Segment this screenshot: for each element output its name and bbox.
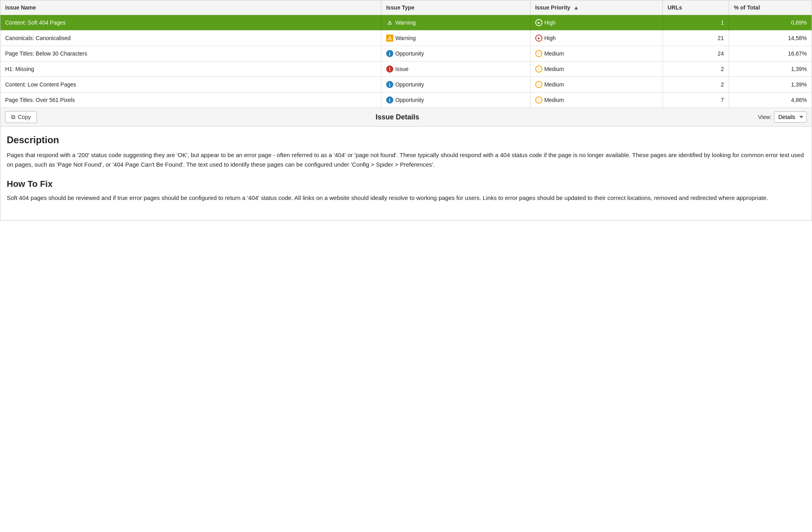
cell-issue-priority: ● High <box>530 31 663 46</box>
col-header-issue-name[interactable]: Issue Name <box>0 0 381 15</box>
toolbar-title: Issue Details <box>37 113 758 121</box>
view-select[interactable]: Details <box>774 111 807 123</box>
cell-urls: 7 <box>663 92 729 108</box>
cell-issue-type: ⚠ Warning <box>381 15 530 31</box>
table-row[interactable]: Page Titles: Over 561 Pixels i Opportuni… <box>0 92 812 108</box>
cell-issue-name: Page Titles: Over 561 Pixels <box>0 92 381 108</box>
copy-button[interactable]: ⧉ Copy <box>5 111 37 123</box>
priority-medium-icon: ○ <box>535 65 542 73</box>
cell-urls: 1 <box>663 15 729 31</box>
cell-urls: 21 <box>663 31 729 46</box>
cell-pct-total: 1,39% <box>729 77 812 92</box>
how-to-fix-text: Soft 404 pages should be reviewed and if… <box>7 193 805 203</box>
cell-issue-name: H1: Missing <box>0 61 381 77</box>
cell-pct-total: 4,86% <box>729 92 812 108</box>
content-section: Description Pages that respond with a '2… <box>0 127 812 221</box>
cell-issue-type: ! Issue <box>381 61 530 77</box>
cell-pct-total: 16,67% <box>729 46 812 61</box>
view-label: View: <box>758 114 772 120</box>
info-blue-icon: i <box>386 81 393 88</box>
table-row[interactable]: Content: Low Content Pages i Opportunity… <box>0 77 812 92</box>
table-row[interactable]: Content: Soft 404 Pages ⚠ Warning ● High… <box>0 15 812 31</box>
priority-medium-icon: ○ <box>535 81 542 88</box>
col-header-issue-type[interactable]: Issue Type <box>381 0 530 15</box>
table-row[interactable]: Canonicals: Canonicalised ⚠ Warning ● Hi… <box>0 31 812 46</box>
cell-issue-type: ⚠ Warning <box>381 31 530 46</box>
cell-issue-priority: ● High <box>530 15 663 31</box>
description-heading: Description <box>7 134 805 146</box>
table-row[interactable]: H1: Missing ! Issue ○ Medium 2 1,39% <box>0 61 812 77</box>
cell-issue-name: Canonicals: Canonicalised <box>0 31 381 46</box>
cell-issue-type: i Opportunity <box>381 46 530 61</box>
cell-issue-priority: ○ Medium <box>530 77 663 92</box>
priority-high-green-icon: ● <box>535 19 542 26</box>
cell-issue-priority: ○ Medium <box>530 92 663 108</box>
cell-urls: 2 <box>663 77 729 92</box>
copy-icon: ⧉ <box>11 113 15 121</box>
warning-green-icon: ⚠ <box>386 19 393 26</box>
description-text: Pages that respond with a '200' status c… <box>7 150 805 169</box>
cell-pct-total: 0,69% <box>729 15 812 31</box>
warning-yellow-icon: ⚠ <box>386 35 393 42</box>
issues-table-wrapper: Issue Name Issue Type Issue Priority ▲ U… <box>0 0 812 108</box>
how-to-fix-heading: How To Fix <box>7 179 805 189</box>
cell-issue-type: i Opportunity <box>381 92 530 108</box>
cell-pct-total: 1,39% <box>729 61 812 77</box>
cell-issue-priority: ○ Medium <box>530 46 663 61</box>
cell-pct-total: 14,58% <box>729 31 812 46</box>
cell-issue-name: Content: Low Content Pages <box>0 77 381 92</box>
cell-issue-type: i Opportunity <box>381 77 530 92</box>
col-header-urls[interactable]: URLs <box>663 0 729 15</box>
cell-issue-name: Page Titles: Below 30 Characters <box>0 46 381 61</box>
priority-high-red-icon: ● <box>535 35 542 42</box>
cell-urls: 24 <box>663 46 729 61</box>
issues-table: Issue Name Issue Type Issue Priority ▲ U… <box>0 0 812 108</box>
info-blue-icon: i <box>386 50 393 57</box>
issue-red-icon: ! <box>386 65 393 73</box>
col-header-issue-priority[interactable]: Issue Priority ▲ <box>530 0 663 15</box>
cell-issue-priority: ○ Medium <box>530 61 663 77</box>
priority-medium-icon: ○ <box>535 96 542 104</box>
col-header-pct-total[interactable]: % of Total <box>729 0 812 15</box>
priority-medium-icon: ○ <box>535 50 542 57</box>
sort-asc-icon: ▲ <box>573 4 579 11</box>
toolbar: ⧉ Copy Issue Details View: Details <box>0 108 812 127</box>
cell-issue-name: Content: Soft 404 Pages <box>0 15 381 31</box>
info-blue-icon: i <box>386 96 393 104</box>
table-row[interactable]: Page Titles: Below 30 Characters i Oppor… <box>0 46 812 61</box>
cell-urls: 2 <box>663 61 729 77</box>
